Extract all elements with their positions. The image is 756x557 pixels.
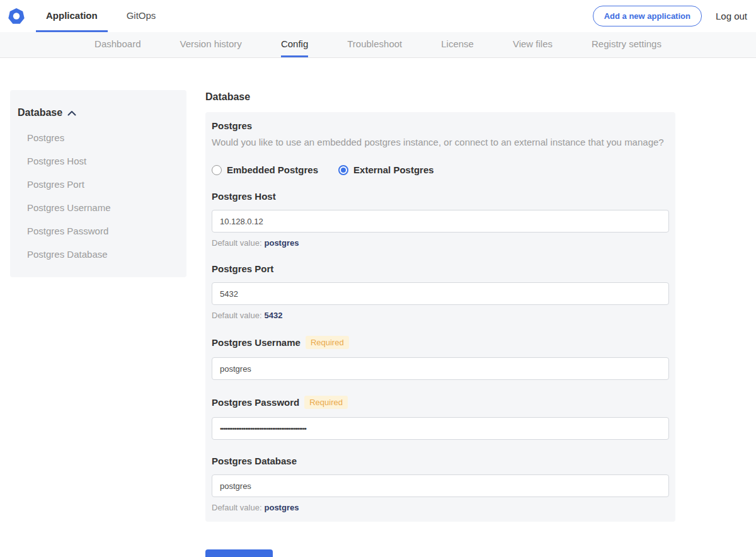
sidebar-item-postgres-port[interactable]: Postgres Port <box>18 179 176 190</box>
field-label-postgres-username: Postgres Username <box>212 337 301 348</box>
subnav-item-license[interactable]: License <box>441 32 474 57</box>
sidebar-item-postgres[interactable]: Postgres <box>18 132 176 143</box>
field-label-row: Postgres Username Required <box>212 336 669 349</box>
group-label-postgres: Postgres <box>212 120 669 131</box>
postgres-username-input[interactable] <box>212 357 669 380</box>
primary-tabs: Application GitOps <box>36 0 166 32</box>
subnav-item-version-history[interactable]: Version history <box>180 32 241 57</box>
field-label-row: Postgres Database <box>212 456 669 466</box>
default-value: 5432 <box>265 311 283 320</box>
default-value: postgres <box>265 503 299 512</box>
app-logo[interactable] <box>6 6 26 26</box>
radio-selected-icon <box>338 165 348 175</box>
logout-link[interactable]: Log out <box>716 11 747 21</box>
tab-gitops[interactable]: GitOps <box>117 0 166 32</box>
default-value-prefix: Default value: <box>212 311 262 320</box>
config-content: Database Postgres Would you like to use … <box>205 90 675 557</box>
top-navbar: Application GitOps Add a new application… <box>0 0 756 32</box>
postgres-database-input[interactable] <box>212 474 669 497</box>
subnav-item-troubleshoot[interactable]: Troubleshoot <box>347 32 402 57</box>
tab-application[interactable]: Application <box>36 0 108 32</box>
field-label-postgres-database: Postgres Database <box>212 456 297 466</box>
field-label-row: Postgres Password Required <box>212 396 669 409</box>
section-heading: Database <box>205 91 675 103</box>
postgres-password-input[interactable] <box>212 417 669 440</box>
subnav-item-registry-settings[interactable]: Registry settings <box>592 32 662 57</box>
default-value-prefix: Default value: <box>212 503 262 512</box>
sidebar-item-postgres-database[interactable]: Postgres Database <box>18 249 176 260</box>
radio-unselected-icon <box>212 165 222 175</box>
config-page: Database Postgres Postgres Host Postgres… <box>0 58 756 557</box>
radio-external-postgres[interactable]: External Postgres <box>338 164 434 175</box>
sidebar-item-postgres-host[interactable]: Postgres Host <box>18 156 176 166</box>
default-value-row: Default value:postgres <box>212 503 669 512</box>
field-label-postgres-host: Postgres Host <box>212 191 276 202</box>
chevron-up-icon <box>67 110 76 116</box>
postgres-mode-radio-group: Embedded Postgres External Postgres <box>212 164 669 175</box>
field-label-row: Postgres Port <box>212 263 669 274</box>
save-config-button[interactable]: Save config <box>205 549 273 557</box>
sidebar-item-postgres-username[interactable]: Postgres Username <box>18 202 176 213</box>
database-config-panel: Postgres Would you like to use an embedd… <box>205 112 675 522</box>
navbar-right: Add a new application Log out <box>593 0 756 32</box>
sidebar-group-label: Database <box>18 107 62 118</box>
field-label-postgres-port: Postgres Port <box>212 263 273 274</box>
postgres-port-input[interactable] <box>212 282 669 305</box>
radio-embedded-label: Embedded Postgres <box>227 164 318 175</box>
required-badge: Required <box>306 336 349 349</box>
postgres-help-text: Would you like to use an embedded postgr… <box>212 137 669 147</box>
subnav-item-dashboard[interactable]: Dashboard <box>94 32 140 57</box>
app-subnav: Dashboard Version history Config Trouble… <box>0 32 756 58</box>
tab-application-label: Application <box>46 10 98 21</box>
required-badge: Required <box>304 396 348 409</box>
field-label-row: Postgres Host <box>212 191 669 202</box>
tab-gitops-label: GitOps <box>127 10 156 21</box>
default-value: postgres <box>265 238 299 248</box>
default-value-row: Default value:5432 <box>212 311 669 320</box>
sidebar-group-database[interactable]: Database <box>18 107 176 118</box>
default-value-prefix: Default value: <box>212 238 262 248</box>
default-value-row: Default value:postgres <box>212 238 669 248</box>
field-label-postgres-password: Postgres Password <box>212 397 299 408</box>
config-sidebar: Database Postgres Postgres Host Postgres… <box>10 90 186 277</box>
add-application-button[interactable]: Add a new application <box>593 6 702 26</box>
subnav-item-config[interactable]: Config <box>281 32 308 57</box>
radio-embedded-postgres[interactable]: Embedded Postgres <box>212 164 318 175</box>
sidebar-item-list: Postgres Postgres Host Postgres Port Pos… <box>18 132 176 260</box>
subnav-item-view-files[interactable]: View files <box>513 32 553 57</box>
sidebar-item-postgres-password[interactable]: Postgres Password <box>18 226 176 236</box>
postgres-host-input[interactable] <box>212 210 669 233</box>
radio-external-label: External Postgres <box>353 164 434 175</box>
replicated-logo-icon <box>8 8 25 25</box>
